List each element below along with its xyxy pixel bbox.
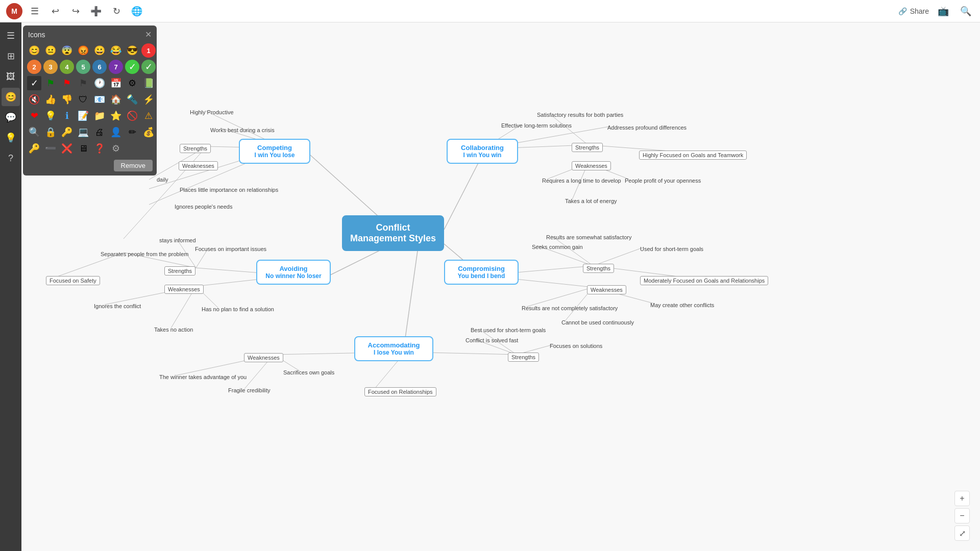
zoom-in-button[interactable]: +: [954, 491, 970, 506]
svg-line-34: [527, 287, 593, 307]
sidebar-item-image[interactable]: 🖼: [2, 67, 20, 86]
icon-flag-black[interactable]: ⚑: [76, 76, 90, 90]
icon-email[interactable]: 📧: [92, 92, 107, 107]
icon-num7[interactable]: 7: [109, 60, 123, 74]
sidebar: ☰ ⊞ 🖼 😊 💬 💡 ?: [0, 22, 21, 551]
icon-checkbox[interactable]: ✓: [27, 76, 41, 90]
sidebar-item-lightbulb[interactable]: 💡: [2, 129, 20, 147]
label-takes-no-action: Takes no action: [154, 327, 193, 333]
label-places-little: Places little importance on relationship…: [180, 187, 278, 193]
collaborating-label: Collaborating: [455, 144, 510, 152]
menu-button[interactable]: ☰: [27, 3, 43, 19]
icon-folder[interactable]: 📁: [92, 109, 107, 123]
undo-button[interactable]: ↩: [47, 3, 63, 19]
sidebar-item-home[interactable]: ☰: [2, 27, 20, 45]
icon-star[interactable]: ⭐: [109, 109, 123, 123]
icon-laugh[interactable]: 😂: [109, 43, 123, 58]
icon-neutral[interactable]: 😐: [43, 43, 58, 58]
sidebar-item-emoji[interactable]: 😊: [2, 88, 20, 106]
icon-money[interactable]: 💰: [141, 125, 156, 139]
label-not-completely: Results are not completely satisfactory: [522, 305, 618, 311]
icon-printer[interactable]: 🖨: [92, 125, 107, 139]
icon-flag-red[interactable]: ⚑: [60, 76, 74, 90]
remove-button[interactable]: Remove: [114, 160, 153, 171]
icons-grid: 😊 😐 😨 😡 😀 😂 😎 1 2 3 4 5 6 7 ✓ ✓ ✓ ⚑ ⚑ ⚑ …: [27, 43, 153, 156]
main-canvas: Conflict Management Styles Competing I w…: [21, 22, 980, 551]
accommodating-node[interactable]: Accommodating I lose You win: [354, 336, 433, 361]
icon-mute[interactable]: 🔇: [27, 92, 41, 107]
share-button[interactable]: 🔗 Share: [898, 7, 929, 15]
compromising-node[interactable]: Compromising You bend I bend: [444, 260, 519, 285]
icon-person[interactable]: 👤: [109, 125, 123, 139]
search-button[interactable]: 🔍: [958, 3, 974, 19]
competing-node[interactable]: Competing I win You lose: [239, 139, 310, 164]
icon-key-gold2[interactable]: 🔑: [27, 141, 41, 156]
zoom-out-button[interactable]: −: [954, 508, 970, 523]
add-button[interactable]: ➕: [88, 3, 104, 19]
icon-thumbsup[interactable]: 👍: [43, 92, 58, 107]
icon-tablet[interactable]: 💻: [76, 125, 90, 139]
icon-home[interactable]: 🏠: [109, 92, 123, 107]
globe-button[interactable]: 🌐: [129, 3, 145, 19]
label-cannot-continuous: Cannot be used continuously: [561, 319, 634, 325]
icon-lightning[interactable]: ⚡: [141, 92, 156, 107]
icon-monitor[interactable]: 🖥: [76, 141, 90, 156]
accommodating-subtitle: I lose You win: [362, 349, 425, 356]
avoiding-node[interactable]: Avoiding No winner No loser: [256, 260, 331, 285]
icon-note[interactable]: 📝: [76, 109, 90, 123]
icon-question-blue[interactable]: ❓: [92, 141, 107, 156]
icons-panel-title: Icons: [28, 31, 45, 39]
icon-thumbsdown[interactable]: 👎: [60, 92, 74, 107]
icon-clock[interactable]: 🕐: [92, 76, 107, 90]
icon-num1[interactable]: 1: [141, 43, 156, 58]
icon-angry[interactable]: 😡: [76, 43, 90, 58]
icon-warning[interactable]: ⚠: [141, 109, 156, 123]
icon-scared[interactable]: 😨: [60, 43, 74, 58]
icon-x-red[interactable]: ❌: [60, 141, 74, 156]
icon-heart[interactable]: ❤: [27, 109, 41, 123]
icon-minus-circle[interactable]: ➖: [43, 141, 58, 156]
icon-num3[interactable]: 3: [43, 60, 58, 74]
icon-gear-light[interactable]: ⚙: [109, 141, 123, 156]
label-weaknesses-compromising: Weaknesses: [587, 285, 626, 294]
icon-num4[interactable]: 4: [60, 60, 74, 74]
icon-shield[interactable]: 🛡: [76, 92, 90, 107]
icon-lock-gold[interactable]: 🔑: [60, 125, 74, 139]
icon-info[interactable]: ℹ: [60, 109, 74, 123]
refresh-button[interactable]: ↻: [108, 3, 125, 19]
icon-num2[interactable]: 2: [27, 60, 41, 74]
icon-magnify[interactable]: 🔦: [125, 92, 139, 107]
icon-bulb[interactable]: 💡: [43, 109, 58, 123]
icon-smile[interactable]: 😊: [27, 43, 41, 58]
label-sacrifices-goals: Sacrifices own goals: [283, 369, 334, 375]
compromising-label: Compromising: [452, 265, 510, 272]
present-button[interactable]: 📺: [935, 3, 951, 19]
svg-line-13: [553, 117, 588, 145]
icon-pencil[interactable]: ✏: [125, 125, 139, 139]
label-people-profit: People profit of your openness: [625, 178, 701, 184]
icon-lock-gray[interactable]: 🔒: [43, 125, 58, 139]
icon-cool[interactable]: 😎: [125, 43, 139, 58]
sidebar-item-question[interactable]: ?: [2, 149, 20, 167]
zoom-fit-button[interactable]: ⤢: [954, 525, 970, 541]
icon-search-dark[interactable]: 🔍: [27, 125, 41, 139]
sidebar-item-map[interactable]: ⊞: [2, 47, 20, 65]
icons-panel-close[interactable]: ✕: [145, 30, 152, 39]
center-node[interactable]: Conflict Management Styles: [342, 215, 444, 251]
label-conflict-solved: Conflict is solved fast: [465, 337, 518, 343]
icon-num6[interactable]: 6: [92, 60, 107, 74]
icon-num5[interactable]: 5: [76, 60, 90, 74]
icon-check-dark[interactable]: ✓: [141, 60, 156, 74]
label-daily: daily: [157, 177, 168, 183]
collaborating-node[interactable]: Collaborating I win You win: [447, 139, 518, 164]
icon-noentry[interactable]: 🚫: [125, 109, 139, 123]
icon-check-green[interactable]: ✓: [125, 60, 139, 74]
label-weaknesses-avoiding: Weaknesses: [164, 285, 204, 294]
icon-book-green[interactable]: 📗: [141, 76, 156, 90]
icon-calendar[interactable]: 📅: [109, 76, 123, 90]
icon-gear-gray[interactable]: ⚙: [125, 76, 139, 90]
sidebar-item-chat[interactable]: 💬: [2, 108, 20, 127]
redo-button[interactable]: ↪: [67, 3, 84, 19]
icon-happy[interactable]: 😀: [92, 43, 107, 58]
icon-flag-green[interactable]: ⚑: [43, 76, 58, 90]
